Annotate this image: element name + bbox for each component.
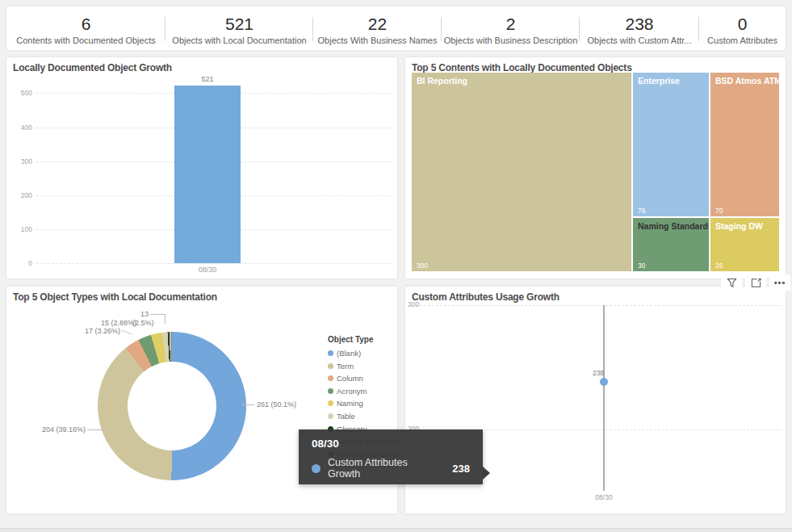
tile-value: 76 [638, 207, 645, 215]
treemap-tile-enterprise[interactable]: Enterprise 76 [633, 73, 709, 216]
kpi-label: Custom Attributes [707, 36, 777, 45]
kpi-strip: 6 Contents with Documented Objects 521 O… [6, 6, 786, 50]
more-options-icon[interactable]: ••• [769, 274, 790, 291]
kpi-custom-attributes[interactable]: 0 Custom Attributes [699, 6, 786, 50]
donut-callout: 13 [140, 310, 149, 318]
leader-line [121, 329, 132, 334]
visual-hover-toolbar: ••• [721, 274, 790, 291]
kpi-local-documentation[interactable]: 521 Objects with Local Documentation [166, 6, 313, 50]
kpi-custom-attr-objects[interactable]: 238 Objects with Custom Attr... [580, 6, 699, 50]
tooltip-series-name: Custom Attributes Growth [328, 457, 441, 480]
hover-ruler-line [603, 305, 605, 491]
legend-dot [328, 388, 333, 394]
treemap-tile-bi-reporting[interactable]: BI Reporting 300 [412, 73, 631, 271]
filter-icon[interactable] [721, 274, 742, 291]
chart-tooltip: 08/30 Custom Attributes Growth 238 [299, 429, 483, 484]
kpi-value: 22 [368, 15, 387, 34]
kpi-value: 0 [738, 15, 748, 34]
y-axis-tick: 200 [13, 191, 32, 199]
kpi-business-description[interactable]: 2 Objects with Business Description [442, 6, 580, 50]
bar-data-label: 521 [191, 75, 224, 83]
y-axis-tick: 0 [13, 259, 32, 267]
legend-dot [328, 400, 333, 406]
treemap-tile-bsd-atmos-atmn[interactable]: BSD Atmos ATMN 70 [710, 73, 779, 216]
legend-item-blank[interactable]: (Blank) [328, 349, 400, 358]
kpi-value: 238 [625, 15, 653, 34]
kpi-contents-documented[interactable]: 6 Contents with Documented Objects [6, 6, 166, 50]
kpi-label: Objects with Business Description [444, 36, 578, 45]
y-axis-tick: 100 [13, 225, 32, 233]
panel-title: Top 5 Object Types with Local Documentat… [6, 287, 397, 303]
kpi-value: 2 [506, 15, 516, 34]
legend-item-term[interactable]: Term [328, 362, 400, 371]
treemap-tile-naming-standards[interactable]: Naming Standards 30 [633, 218, 709, 271]
panel-title: Locally Documented Object Growth [6, 57, 397, 73]
leader-line [241, 404, 254, 405]
tile-label: Enterprise [633, 73, 709, 86]
documented-growth-bar[interactable] [174, 86, 241, 263]
kpi-label: Objects With Business Names [318, 36, 438, 45]
panel-title: Top 5 Contents with Locally Documented O… [405, 57, 786, 73]
y-axis-tick: 300 [408, 300, 419, 308]
leader-line [87, 429, 103, 430]
y-axis-tick: 400 [13, 124, 32, 132]
panel-documented-growth: Locally Documented Object Growth 500 400… [6, 57, 397, 279]
tile-value: 30 [638, 262, 645, 270]
bottom-edge-strip [0, 528, 792, 532]
tile-value: 26 [715, 262, 723, 270]
x-axis-tick: 08/30 [588, 493, 620, 501]
gridline [36, 263, 392, 264]
kpi-label: Objects with Custom Attr... [588, 36, 692, 45]
tile-label: BI Reporting [412, 73, 631, 86]
focus-mode-icon[interactable] [745, 274, 766, 291]
tooltip-series-row: Custom Attributes Growth 238 [312, 457, 470, 480]
legend-item-table[interactable]: Table [328, 412, 400, 421]
treemap-tile-staging-dw[interactable]: Staging DW 26 [710, 218, 779, 271]
legend-dot [328, 375, 333, 381]
donut-callout: 15 (2.88%) [101, 319, 136, 327]
kpi-label: Contents with Documented Objects [16, 36, 155, 45]
object-types-donut[interactable] [98, 332, 246, 480]
leader-line [165, 314, 166, 324]
tile-value: 70 [715, 207, 723, 215]
tile-label: Naming Standards [633, 218, 709, 231]
donut-callout: 17 (3.26%) [85, 327, 120, 335]
legend-dot [328, 413, 333, 419]
tile-label: Staging DW [710, 218, 779, 231]
legend-dot [328, 363, 333, 369]
legend-item-acronym[interactable]: Acronym [328, 387, 400, 396]
legend-item-column[interactable]: Column [328, 374, 400, 383]
donut-callout: 204 (39.16%) [42, 425, 84, 434]
point-data-label: 238 [586, 369, 610, 377]
legend-title: Object Type [328, 335, 400, 344]
legend-dot [328, 350, 333, 356]
y-axis-tick: 500 [13, 89, 32, 97]
kpi-label: Objects with Local Documentation [172, 36, 306, 45]
legend-item-naming[interactable]: Naming [328, 399, 400, 408]
donut-callout: (2.5%) [132, 319, 154, 327]
treemap: BI Reporting 300 Enterprise 76 BSD Atmos… [412, 73, 779, 271]
leader-line [150, 314, 165, 315]
gridline [408, 305, 782, 306]
tooltip-date: 08/30 [312, 438, 470, 450]
tooltip-series-value: 238 [452, 463, 470, 475]
donut-callout: 261 (50.1%) [257, 400, 296, 408]
tile-label: BSD Atmos ATMN [710, 73, 779, 86]
y-axis-tick: 300 [13, 157, 32, 165]
x-axis-tick: 08/30 [191, 266, 224, 274]
series-color-dot [312, 464, 321, 473]
panel-top5-contents: Top 5 Contents with Locally Documented O… [405, 57, 786, 279]
kpi-value: 521 [225, 15, 254, 34]
tile-value: 300 [417, 262, 428, 270]
kpi-business-names[interactable]: 22 Objects With Business Names [313, 6, 442, 50]
kpi-value: 6 [82, 15, 91, 34]
data-point[interactable] [600, 378, 608, 386]
